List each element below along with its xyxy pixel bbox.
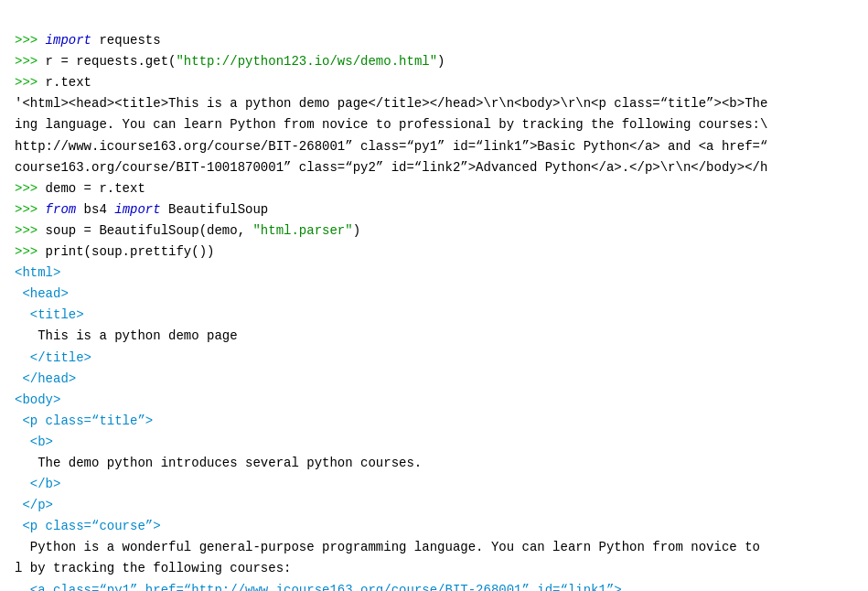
- html-output-head: <head>: [15, 286, 69, 301]
- html-output-title-text: This is a python demo page: [15, 328, 238, 343]
- html-output-b-text: The demo python introduces several pytho…: [15, 456, 422, 470]
- html-output-b-close: </b>: [15, 477, 60, 491]
- prompt: >>>: [15, 244, 46, 259]
- keyword-from: from: [46, 202, 77, 217]
- line-3: >>> r.text: [15, 75, 91, 90]
- line-1: >>> import requests: [15, 33, 161, 48]
- line-9: >>> from bs4 import BeautifulSoup: [15, 202, 268, 217]
- html-output-p-close: </p>: [15, 498, 53, 512]
- html-output-title: <title>: [15, 307, 84, 322]
- line-7-output: course163.org/course/BIT-1001870001” cla…: [15, 160, 767, 175]
- line-5-output: ing language. You can learn Python from …: [15, 117, 767, 132]
- code-text: soup = BeautifulSoup(demo, "html.parser"…: [46, 223, 360, 238]
- code-text: requests: [91, 33, 161, 48]
- line-2: >>> r = requests.get("http://python123.i…: [15, 54, 445, 69]
- html-output-p-course: <p class=“course”>: [15, 519, 161, 533]
- html-output-a-py1: <a class=“py1” href=“http://www.icourse1…: [15, 583, 622, 591]
- prompt: >>>: [15, 33, 46, 48]
- prompt: >>>: [15, 54, 46, 69]
- prompt: >>>: [15, 181, 46, 196]
- line-11: >>> print(soup.prettify()): [15, 244, 214, 259]
- code-display: >>> import requests >>> r = requests.get…: [15, 9, 853, 591]
- code-text: print(soup.prettify()): [46, 244, 215, 259]
- html-output-head-close: </head>: [15, 371, 76, 386]
- code-text: bs4: [76, 202, 114, 217]
- html-output-b: <b>: [15, 435, 53, 449]
- keyword-import2: import: [114, 202, 160, 217]
- prompt: >>>: [15, 202, 46, 217]
- code-text: r = requests.get("http://python123.io/ws…: [46, 54, 445, 69]
- html-output-html: <html>: [15, 265, 60, 280]
- html-output-title-close: </title>: [15, 350, 91, 365]
- code-text: demo = r.text: [46, 181, 145, 196]
- html-output-p-course-text1: Python is a wonderful general-purpose pr…: [15, 540, 760, 554]
- code-text: BeautifulSoup: [161, 202, 269, 217]
- line-4-output: '<html><head><title>This is a python dem…: [15, 96, 767, 111]
- code-text: r.text: [46, 75, 91, 90]
- line-8: >>> demo = r.text: [15, 181, 145, 196]
- html-output-body: <body>: [15, 392, 60, 407]
- prompt: >>>: [15, 223, 46, 238]
- html-output-p-title: <p class=“title”>: [15, 414, 153, 428]
- line-6-output: http://www.icourse163.org/course/BIT-268…: [15, 139, 767, 154]
- prompt: >>>: [15, 75, 46, 90]
- html-output-p-course-text2: l by tracking the following courses:: [15, 561, 291, 575]
- keyword-import: import: [46, 33, 91, 48]
- line-10: >>> soup = BeautifulSoup(demo, "html.par…: [15, 223, 360, 238]
